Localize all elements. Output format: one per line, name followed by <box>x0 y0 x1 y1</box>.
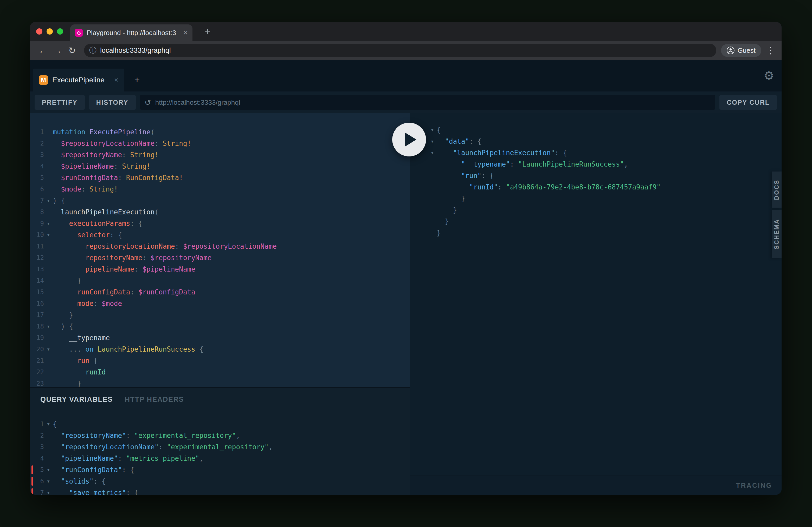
tracing-label: TRACING <box>736 482 772 490</box>
fold-caret-icon[interactable]: ▾ <box>44 487 53 495</box>
line-number: 14 <box>30 275 44 286</box>
line-number: 2 <box>30 430 44 441</box>
line-number: 7 <box>30 195 44 206</box>
address-bar[interactable]: ⓘ localhost:3333/graphql <box>84 44 716 57</box>
fold-caret-icon[interactable]: ▾ <box>44 321 53 332</box>
schema-side-tab[interactable]: SCHEMA <box>772 210 782 258</box>
endpoint-url: http://localhost:3333/graphql <box>155 99 240 107</box>
line-number: 13 <box>30 264 44 275</box>
new-tab-button[interactable]: + <box>200 25 215 39</box>
close-window-button[interactable] <box>36 28 42 34</box>
playground-new-tab-button[interactable]: + <box>129 69 145 91</box>
endpoint-input[interactable]: ↺ http://localhost:3333/graphql <box>140 95 715 110</box>
browser-toolbar: ← → ↻ ⓘ localhost:3333/graphql Guest ⋮ <box>30 41 782 60</box>
code-text: ) { <box>53 321 73 332</box>
code-line: 13 pipelineName: $pipelineName <box>30 264 410 275</box>
profile-button[interactable]: Guest <box>721 44 761 57</box>
response-pane: ▾{▾ "data": {▾ "launchPipelineExecution"… <box>410 113 782 495</box>
fold-caret-icon[interactable]: ▾ <box>44 464 53 476</box>
line-number: 12 <box>30 252 44 264</box>
fullscreen-window-button[interactable] <box>57 28 63 34</box>
reload-icon[interactable]: ↻ <box>65 43 79 58</box>
tab-http-headers[interactable]: HTTP HEADERS <box>125 395 184 404</box>
code-text: "solids": { <box>53 476 106 487</box>
code-text: executionParams: { <box>53 218 142 229</box>
line-number: 5 <box>30 172 44 183</box>
history-button[interactable]: HISTORY <box>89 95 136 110</box>
code-text: ) { <box>53 195 65 206</box>
fold-caret-icon[interactable]: ▾ <box>44 476 53 487</box>
code-line: 6 $mode: String! <box>30 183 410 195</box>
play-icon <box>405 133 416 147</box>
browser-menu-icon[interactable]: ⋮ <box>766 45 776 56</box>
fold-caret-icon[interactable]: ▾ <box>428 147 437 159</box>
code-line: } <box>428 204 782 216</box>
line-number: 3 <box>30 149 44 161</box>
code-line: 14 } <box>30 275 410 286</box>
tracing-bar[interactable]: TRACING <box>410 476 782 495</box>
line-number: 17 <box>30 309 44 321</box>
code-line: 6▾ "solids": { <box>30 476 410 487</box>
code-text: "runConfigData": { <box>53 464 134 476</box>
fold-caret-icon[interactable]: ▾ <box>44 344 53 355</box>
browser-tab[interactable]: ◇ Playground - http://localhost:3 × <box>70 25 192 41</box>
desktop-background: ◇ Playground - http://localhost:3 × + ← … <box>0 0 812 527</box>
playground-favicon-icon: ◇ <box>75 29 83 36</box>
forward-icon[interactable]: → <box>50 43 65 58</box>
copy-curl-button[interactable]: COPY CURL <box>720 95 777 110</box>
code-line: 7▾ "save_metrics": { <box>30 487 410 495</box>
code-line: 20▾ ... on LaunchPipelineRunSuccess { <box>30 344 410 355</box>
graphql-playground: M ExecutePipeline × + ⚙ PRETTIFY HISTORY… <box>30 60 782 495</box>
prettify-button[interactable]: PRETTIFY <box>34 95 85 110</box>
code-line: 3 $repositoryName: String! <box>30 149 410 161</box>
code-text: } <box>437 204 457 216</box>
profile-label: Guest <box>738 46 756 55</box>
reload-schema-icon[interactable]: ↺ <box>145 98 151 107</box>
fold-caret-icon[interactable]: ▾ <box>44 195 53 206</box>
code-line: 15 runConfigData: $runConfigData <box>30 286 410 298</box>
browser-window: ◇ Playground - http://localhost:3 × + ← … <box>30 22 782 495</box>
code-line: 18▾ ) { <box>30 321 410 332</box>
playground-tab-executepipeline[interactable]: M ExecutePipeline × <box>33 69 124 91</box>
code-text: repositoryLocationName: $repositoryLocat… <box>53 241 277 252</box>
line-number: 6 <box>30 183 44 195</box>
line-number: 10 <box>30 229 44 241</box>
playground-tab-title: ExecutePipeline <box>52 76 104 84</box>
code-line: 19 __typename <box>30 332 410 344</box>
minimize-window-button[interactable] <box>46 28 53 34</box>
line-number: 20 <box>30 344 44 355</box>
code-line: 22 runId <box>30 366 410 378</box>
settings-gear-icon[interactable]: ⚙ <box>764 60 774 91</box>
error-marker <box>31 465 33 474</box>
code-line: 1mutation ExecutePipeline( <box>30 126 410 138</box>
code-text: "pipelineName": "metrics_pipeline", <box>53 453 203 464</box>
browser-tab-title: Playground - http://localhost:3 <box>87 29 181 37</box>
code-text: "launchPipelineExecution": { <box>437 147 567 159</box>
playground-tab-close-icon[interactable]: × <box>114 76 118 84</box>
query-editor[interactable]: 1mutation ExecutePipeline(2 $repositoryL… <box>30 113 410 387</box>
code-text: runId <box>53 366 106 378</box>
code-text: mutation ExecutePipeline( <box>53 126 155 138</box>
code-line: 16 mode: $mode <box>30 298 410 309</box>
code-text: $repositoryName: String! <box>53 149 159 161</box>
variables-editor[interactable]: 1▾{2 "repositoryName": "experimental_rep… <box>30 418 410 495</box>
fold-caret-icon[interactable]: ▾ <box>44 229 53 241</box>
code-text: __typename <box>53 332 110 344</box>
code-text: "save_metrics": { <box>53 487 139 495</box>
tab-close-icon[interactable]: × <box>183 28 188 37</box>
fold-caret-icon[interactable]: ▾ <box>44 218 53 229</box>
code-text: repositoryName: $repositoryName <box>53 252 212 264</box>
site-info-icon[interactable]: ⓘ <box>89 45 97 55</box>
fold-caret-icon[interactable]: ▾ <box>44 418 53 430</box>
docs-side-tab[interactable]: DOCS <box>772 171 782 208</box>
fold-caret-icon[interactable]: ▾ <box>428 136 437 147</box>
code-line: 8 launchPipelineExecution( <box>30 206 410 218</box>
code-text: "repositoryLocationName": "experimental_… <box>53 441 273 453</box>
back-icon[interactable]: ← <box>35 43 50 58</box>
line-number: 19 <box>30 332 44 344</box>
execute-query-button[interactable] <box>392 123 426 156</box>
tab-query-variables[interactable]: QUERY VARIABLES <box>40 395 113 404</box>
code-line: "__typename": "LaunchPipelineRunSuccess"… <box>428 159 782 170</box>
line-number: 18 <box>30 321 44 332</box>
fold-caret-icon[interactable]: ▾ <box>428 124 437 136</box>
